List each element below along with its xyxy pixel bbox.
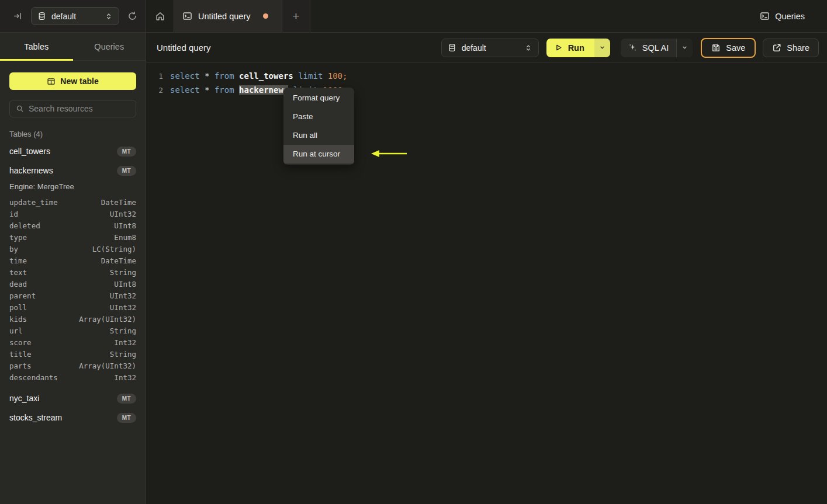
top-bar: default Untitled query + Queries (0, 0, 827, 33)
column-name: score (9, 338, 32, 347)
unsaved-changes-dot (263, 13, 268, 19)
chevron-down-icon (598, 44, 606, 51)
table-name: nyc_taxi (9, 394, 39, 403)
code-token: from (214, 71, 239, 81)
code-token: select (170, 85, 205, 95)
collapse-sidebar-icon (13, 11, 23, 21)
sql-ai-options-button[interactable] (676, 39, 693, 57)
column-type: UInt32 (110, 291, 136, 300)
terminal-icon (182, 11, 192, 21)
sql-ai-split-button: SQL AI (621, 39, 693, 57)
column-row: kidsArray(UInt32) (9, 313, 136, 325)
share-icon (772, 43, 781, 53)
table-row[interactable]: nyc_taxiMT (9, 390, 136, 406)
column-row: byLC(String) (9, 243, 136, 255)
menu-item-run-all[interactable]: Run all (283, 126, 354, 145)
column-type: DateTime (101, 198, 136, 207)
column-row: textString (9, 266, 136, 278)
new-tab-button[interactable]: + (282, 0, 310, 32)
code-token: 100; (328, 71, 348, 81)
chevron-updown-icon (524, 44, 532, 52)
sparkles-icon (628, 43, 637, 52)
sidebar-tab-queries[interactable]: Queries (73, 33, 146, 60)
sidebar-tab-tables[interactable]: Tables (0, 33, 73, 60)
sidebar-tabs: Tables Queries (0, 33, 146, 61)
run-button-label: Run (568, 43, 584, 53)
save-button-label: Save (726, 43, 745, 53)
save-icon (711, 43, 721, 53)
tab-label: Untitled query (198, 12, 250, 21)
tables-section-label: Tables (4) (9, 130, 136, 138)
column-name: dead (9, 280, 27, 289)
database-icon (448, 43, 456, 52)
line-number: 2 (156, 86, 163, 95)
column-type: DateTime (101, 256, 136, 265)
table-row[interactable]: cell_towersMT (9, 143, 136, 159)
query-title: Untitled query (157, 43, 211, 53)
sidebar-body: New table Tables (4) cell_towersMThacker… (0, 61, 146, 426)
table-columns-list: update_timeDateTimeidUInt32deletedUInt8t… (9, 196, 136, 383)
column-name: url (9, 326, 23, 335)
column-type: LC(String) (92, 245, 136, 253)
column-row: urlString (9, 325, 136, 336)
save-button[interactable]: Save (701, 38, 756, 58)
home-button[interactable] (146, 0, 174, 32)
topbar-spacer (310, 0, 760, 32)
table-row[interactable]: stocks_streamMT (9, 409, 136, 426)
search-resources-input[interactable] (29, 104, 134, 113)
column-row: parentUInt32 (9, 290, 136, 301)
column-type: Array(UInt32) (79, 362, 136, 370)
code-line: 2select * from hackernews limit 1000 (146, 83, 827, 97)
code-token: * (205, 71, 214, 81)
refresh-icon (127, 11, 137, 21)
column-type: String (110, 326, 136, 335)
run-button[interactable]: Run (546, 39, 594, 57)
column-type: Int32 (114, 338, 136, 347)
code-token: hackernews (239, 85, 288, 95)
sql-ai-label: SQL AI (642, 43, 669, 53)
topbar-database-selector[interactable]: default (31, 7, 119, 25)
table-name: cell_towers (9, 147, 50, 156)
column-type: Enum8 (114, 233, 136, 242)
queries-button-label: Queries (775, 12, 805, 21)
column-name: parent (9, 291, 36, 300)
sql-editor[interactable]: 1select * from cell_towers limit 100;2se… (146, 63, 827, 504)
column-row: titleString (9, 348, 136, 360)
sidebar-tables-list: cell_towersMThackernewsMTEngine: MergeTr… (9, 143, 136, 426)
terminal-icon (760, 11, 770, 21)
column-type: UInt8 (114, 280, 136, 289)
table-row[interactable]: hackernewsMT (9, 162, 136, 179)
tab-untitled-query[interactable]: Untitled query (174, 0, 282, 32)
code-token: select (170, 71, 205, 81)
column-name: deleted (9, 221, 40, 230)
collapse-sidebar-button[interactable] (13, 11, 23, 21)
column-name: update_time (9, 198, 58, 207)
run-options-button[interactable] (594, 39, 610, 57)
new-table-label: New table (60, 77, 98, 86)
queries-button[interactable]: Queries (760, 11, 805, 21)
topbar-sidebar-controls: default (0, 0, 146, 32)
menu-item-run-at-cursor[interactable]: Run at cursor (283, 145, 354, 164)
annotation-arrow (365, 148, 408, 159)
refresh-button[interactable] (127, 11, 137, 21)
code-token: * (205, 85, 214, 95)
column-type: Int32 (114, 373, 136, 382)
column-name: parts (9, 362, 32, 370)
sql-ai-button[interactable]: SQL AI (621, 39, 676, 57)
code-lines: 1select * from cell_towers limit 100;2se… (146, 69, 827, 97)
column-type: UInt32 (110, 303, 136, 312)
menu-item-format-query[interactable]: Format query (283, 89, 354, 107)
column-type: Array(UInt32) (79, 315, 136, 324)
menu-item-paste[interactable]: Paste (283, 107, 354, 126)
code-token: limit (298, 71, 328, 81)
column-name: by (9, 245, 18, 253)
code-token: cell_towers (239, 71, 293, 81)
share-button[interactable]: Share (763, 39, 819, 57)
table-engine-badge: MT (117, 166, 136, 176)
toolbar-database-selector[interactable]: default (441, 39, 539, 57)
line-number: 1 (156, 72, 163, 81)
column-name: title (9, 350, 32, 359)
run-split-button: Run (546, 39, 610, 57)
column-type: String (110, 350, 136, 359)
new-table-button[interactable]: New table (9, 72, 136, 90)
